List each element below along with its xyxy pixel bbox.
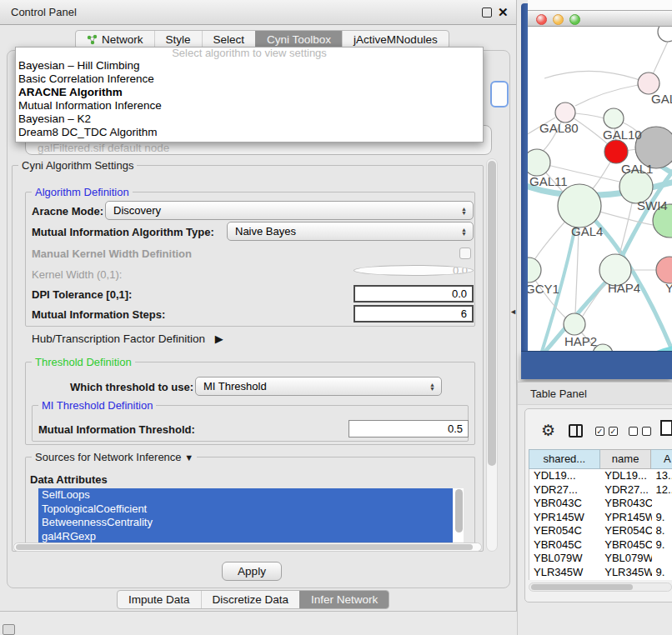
data-attributes-list[interactable]: SelfLoopsTopologicalCoefficientBetweenne… [38,488,464,543]
tab-jactivemnodules[interactable]: jActiveMNodules [342,31,449,48]
gear-icon[interactable]: ⚙ [541,421,555,440]
close-light[interactable] [536,14,547,25]
table-cell[interactable]: 9. [652,579,672,580]
sources-group-title[interactable]: Sources for Network Inference ▼ [32,451,197,463]
data-attribute-item[interactable]: gal4RGexp [38,530,453,544]
column-header-shared[interactable]: shared... [529,449,600,469]
network-window-titlebar[interactable] [528,10,672,27]
dpi-tolerance-input[interactable] [354,285,474,302]
unchecked-checkbox-icon[interactable] [642,427,651,436]
table-row[interactable]: YDR27...YDR27...12... [529,483,672,498]
network-node-gal80[interactable] [555,102,575,122]
data-attribute-item[interactable]: SelfLoops [38,488,453,502]
table-cell[interactable]: YBR043C [600,497,651,511]
tab-network[interactable]: Network [76,31,154,48]
table-horizontal-scrollbar[interactable] [529,582,672,592]
table-row[interactable]: YDL19...YDL19...13... [529,469,672,483]
minimized-panel-icon[interactable] [3,624,15,635]
bottom-tab-infer-network[interactable]: Infer Network [299,591,389,608]
column-header-name[interactable]: name [600,449,652,469]
network-node-gal1[interactable] [604,140,628,163]
aracne-mode-select[interactable]: Discovery ▲▼ [105,201,474,220]
network-view-canvas[interactable]: GALGAL80GAL10GAL1GAL11SWI4GAL4GCY1HAP4YH… [528,27,672,351]
table-cell[interactable]: YDL19... [529,469,600,483]
table-cell[interactable]: 9. [652,538,672,552]
network-node-gal4[interactable] [558,184,601,228]
network-edge-highlighted[interactable] [626,348,672,351]
hub-definition-expander[interactable]: Hub/Transcription Factor Definition ▶ [32,332,223,345]
table-cell[interactable]: 9. [652,566,672,580]
table-cell[interactable]: YBR045C [529,538,600,552]
unchecked-checkbox-icon[interactable] [629,427,638,436]
network-node-gal11[interactable] [528,149,550,176]
minimize-light[interactable] [553,14,564,25]
table-row[interactable]: YPR145WYPR145W9. [529,511,672,525]
data-attribute-item[interactable]: BetweennessCentrality [38,516,453,530]
table-cell[interactable] [652,552,672,566]
network-edge[interactable] [575,83,649,106]
settings-horizontal-scrollbar[interactable] [13,542,482,552]
horizontal-scroll-thumb[interactable] [16,544,473,550]
column-header-a[interactable]: A [651,449,672,469]
mi-threshold-input[interactable] [349,420,469,438]
table-cell[interactable]: YPR145W [529,511,600,525]
table-cell[interactable]: YER054C [529,524,600,538]
table-cell[interactable]: 13... [652,469,672,483]
table-cell[interactable]: 9. [652,511,672,525]
panel-divider[interactable] [517,380,518,635]
table-row[interactable]: YER054CYER054C8. [529,524,672,538]
table-cell[interactable]: YBL079W [529,552,600,566]
table-cell[interactable]: YBR043C [529,497,600,511]
table-row[interactable]: YIL052CYIL052C9. [529,579,672,580]
algorithm-option[interactable]: Dream8 DC_TDC Algorithm [16,126,483,139]
table-cell[interactable]: YDR27... [600,483,651,498]
table-row[interactable]: YBR043CYBR043C [529,497,672,511]
network-edge[interactable] [544,71,649,83]
expand-right-icon[interactable]: ▶ [215,332,223,345]
tab-cyni-toolbox[interactable]: Cyni Toolbox [255,31,342,48]
table-cell[interactable]: YIL052C [600,579,651,580]
table-cell[interactable]: YBR045C [600,538,651,552]
data-attribute-item[interactable]: TopologicalCoefficient [38,502,453,517]
algorithm-option[interactable]: ARACNE Algorithm [16,86,483,99]
table-row[interactable]: YLR345WYLR345W9. [529,566,672,580]
focused-combo-fragment[interactable] [490,81,509,108]
algorithm-option[interactable]: Basic Correlation Inference [16,72,483,86]
checked-checkbox-icon[interactable]: ✓ [609,427,618,436]
network-node-y[interactable] [656,257,672,283]
table-scroll-thumb[interactable] [531,584,633,590]
table-cell[interactable]: 8. [652,524,672,538]
collapse-down-icon[interactable]: ▼ [184,452,193,462]
mi-steps-input[interactable] [354,305,474,322]
close-panel-button[interactable]: ✕ [498,5,509,20]
table-cell[interactable]: YPR145W [600,511,651,525]
which-threshold-select[interactable]: MI Threshold ▲▼ [195,377,442,396]
apply-button[interactable]: Apply [222,562,282,581]
network-node[interactable] [658,27,672,42]
checked-checkbox-icon[interactable]: ✓ [595,427,604,436]
kernel-width-input[interactable] [354,265,474,276]
table-cell[interactable]: YLR345W [529,566,600,580]
algorithm-option[interactable]: Bayesian – K2 [16,112,483,126]
bottom-tab-impute-data[interactable]: Impute Data [118,591,201,608]
file-icon[interactable] [660,420,672,436]
table-cell[interactable]: YDR27... [529,483,600,498]
mi-algorithm-type-select[interactable]: Naive Bayes ▲▼ [227,222,474,241]
columns-icon[interactable] [569,424,583,438]
zoom-light[interactable] [569,14,580,25]
algorithm-option[interactable]: Bayesian – Hill Climbing [16,59,483,72]
tab-style[interactable]: Style [154,31,202,48]
settings-vertical-scrollbar[interactable] [486,158,498,552]
manual-kernel-width-checkbox[interactable] [459,248,471,259]
table-cell[interactable]: YLR345W [600,566,651,580]
network-node-gal10[interactable] [604,108,624,128]
table-row[interactable]: YBR045CYBR045C9. [529,538,672,552]
bottom-tab-discretize-data[interactable]: Discretize Data [201,591,300,608]
table-cell[interactable]: YIL052C [529,579,600,580]
table-cell[interactable]: YER054C [600,524,651,538]
tab-select[interactable]: Select [202,31,256,48]
algorithm-option[interactable]: Mutual Information Inference [16,99,483,112]
network-node-gcy1[interactable] [528,258,541,282]
network-node-hap2[interactable] [564,313,585,335]
table-cell[interactable]: 12... [652,483,672,498]
